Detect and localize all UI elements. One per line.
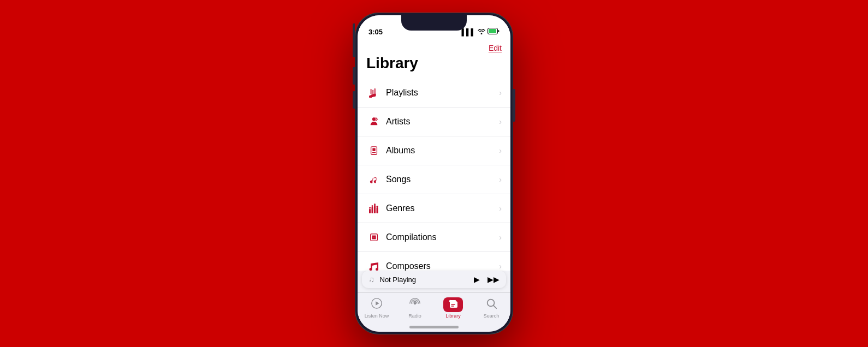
svg-point-15 [374, 204, 376, 205]
svg-rect-17 [371, 234, 378, 241]
tab-search[interactable]: Search [472, 297, 510, 319]
svg-rect-18 [372, 235, 374, 237]
battery-icon [487, 28, 500, 36]
edit-button[interactable]: Edit [489, 44, 502, 52]
list-item-compilations[interactable]: Compilations › [358, 223, 510, 252]
home-indicator [409, 326, 459, 328]
svg-rect-11 [374, 205, 376, 213]
compilations-label: Compilations [386, 232, 499, 242]
compilations-chevron: › [499, 233, 502, 242]
tab-library[interactable]: Library [434, 297, 472, 319]
phone-container: 3:05 ▌▌▌ [355, 13, 513, 334]
albums-chevron: › [499, 146, 502, 155]
svg-line-37 [494, 306, 496, 308]
albums-label: Albums [386, 146, 499, 155]
search-label: Search [484, 313, 500, 319]
svg-point-13 [369, 207, 371, 209]
genres-icon [366, 201, 382, 216]
composers-chevron: › [499, 262, 502, 271]
svg-point-16 [377, 206, 378, 207]
forward-button[interactable]: ▶▶ [487, 275, 500, 284]
artists-chevron: › [499, 117, 502, 126]
mini-player-music-icon: ♫ [368, 275, 374, 284]
listen-now-icon [371, 297, 383, 312]
artists-label: Artists [386, 117, 499, 127]
page-header: Edit [358, 39, 510, 55]
search-icon [485, 297, 497, 312]
compilations-icon [366, 230, 382, 245]
content-area: Edit Library [358, 39, 510, 271]
page-title: Library [358, 55, 510, 79]
svg-rect-3 [372, 90, 373, 94]
status-icons: ▌▌▌ [461, 28, 500, 36]
tab-radio[interactable]: Radio [396, 297, 434, 319]
playlists-label: Playlists [386, 88, 499, 98]
library-icon [448, 298, 459, 310]
svg-point-5 [372, 117, 376, 121]
svg-rect-4 [374, 88, 376, 94]
svg-rect-19 [374, 235, 376, 237]
library-list: Playlists › Artists › [358, 79, 510, 271]
list-item-artists[interactable]: Artists › [358, 107, 510, 136]
radio-label: Radio [408, 313, 421, 319]
svg-point-35 [414, 302, 417, 305]
genres-label: Genres [386, 204, 499, 213]
composers-icon [366, 259, 382, 271]
tab-listen-now[interactable]: Listen Now [358, 297, 396, 319]
songs-chevron: › [499, 175, 502, 184]
genres-chevron: › [499, 204, 502, 213]
radio-icon [409, 297, 421, 312]
svg-rect-12 [377, 207, 378, 213]
wifi-icon [478, 28, 485, 36]
songs-icon [366, 172, 382, 187]
svg-rect-9 [369, 209, 371, 213]
mini-player-controls: ▶ ▶▶ [474, 275, 500, 284]
library-label: Library [445, 313, 461, 319]
playlist-icon [366, 85, 382, 100]
svg-point-14 [372, 205, 373, 207]
library-tab-bg [443, 297, 463, 312]
mini-player-text: Not Playing [380, 276, 469, 284]
list-item-composers[interactable]: Composers › [358, 252, 510, 271]
status-bar: 3:05 ▌▌▌ [358, 15, 510, 39]
artists-icon [366, 114, 382, 129]
list-item-playlists[interactable]: Playlists › [358, 79, 510, 107]
svg-rect-2 [371, 89, 372, 94]
playlists-chevron: › [499, 88, 502, 97]
list-item-genres[interactable]: Genres › [358, 194, 510, 223]
play-button[interactable]: ▶ [474, 275, 480, 284]
svg-rect-10 [372, 207, 373, 213]
status-time: 3:05 [368, 28, 383, 36]
svg-rect-1 [489, 29, 496, 33]
songs-label: Songs [386, 175, 499, 184]
signal-icon: ▌▌▌ [461, 28, 475, 36]
albums-icon [366, 143, 382, 158]
mini-player[interactable]: ♫ Not Playing ▶ ▶▶ [362, 271, 506, 288]
notch [401, 15, 467, 31]
list-item-songs[interactable]: Songs › [358, 165, 510, 194]
listen-now-label: Listen Now [365, 313, 389, 319]
svg-rect-7 [372, 148, 375, 151]
phone-screen: 3:05 ▌▌▌ [358, 15, 510, 332]
composers-label: Composers [386, 261, 499, 271]
svg-marker-34 [376, 301, 379, 305]
svg-rect-20 [372, 237, 374, 240]
list-item-albums[interactable]: Albums › [358, 136, 510, 165]
svg-rect-21 [374, 237, 376, 240]
